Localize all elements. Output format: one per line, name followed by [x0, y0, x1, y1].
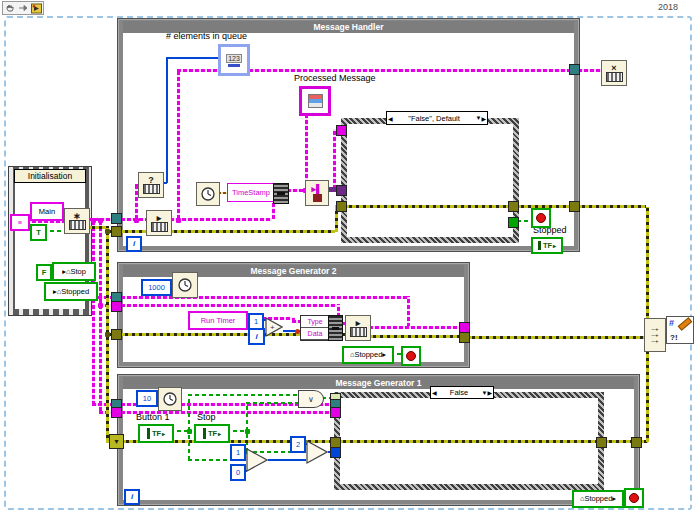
local-variable-stopped-gen1[interactable]: ⌂Stopped▸: [572, 490, 624, 508]
wire-segment[interactable]: [333, 129, 336, 189]
tunnel[interactable]: [631, 437, 642, 448]
tunnel[interactable]: [569, 201, 580, 212]
case-selector-text[interactable]: False: [437, 388, 482, 397]
wire-segment[interactable]: [88, 226, 106, 229]
wait-ms-node-gen2[interactable]: [172, 272, 198, 298]
pan-hand-icon[interactable]: [4, 3, 15, 14]
local-variable-stop[interactable]: ▸⌂Stop: [52, 262, 96, 281]
arrow-cursor-icon[interactable]: [17, 3, 28, 14]
wire-segment[interactable]: [188, 394, 298, 396]
loop-condition-terminal-handler[interactable]: [531, 208, 551, 228]
wire-segment[interactable]: [92, 403, 113, 406]
wire-segment[interactable]: [92, 219, 95, 405]
tunnel[interactable]: [111, 407, 122, 418]
tunnel[interactable]: [111, 213, 122, 224]
or-gate-node[interactable]: ∨: [298, 390, 324, 408]
wire-segment[interactable]: [121, 296, 407, 299]
release-queue-node[interactable]: ×: [601, 60, 627, 86]
tunnel[interactable]: [330, 447, 341, 458]
wire-segment[interactable]: [646, 350, 649, 442]
numeric-constant-10[interactable]: 10: [136, 390, 158, 407]
wait-ms-node-gen1[interactable]: [158, 387, 182, 411]
tunnel[interactable]: [569, 64, 580, 75]
tunnel[interactable]: [596, 437, 607, 448]
queue-count-indicator[interactable]: 123: [218, 44, 250, 76]
numeric-constant-2-gen1[interactable]: 2: [290, 436, 306, 453]
wire-segment[interactable]: [170, 218, 272, 221]
wire-segment[interactable]: [170, 230, 335, 233]
bundle-icon-timestamp[interactable]: [273, 183, 289, 204]
tunnel[interactable]: [330, 407, 341, 418]
select-node-1[interactable]: [246, 448, 268, 472]
wire-segment[interactable]: [468, 336, 644, 339]
bundle-icon-type-data[interactable]: [328, 315, 343, 341]
false-constant[interactable]: F: [36, 264, 52, 281]
free-label[interactable]: Button 1: [136, 412, 170, 422]
tunnel[interactable]: [336, 125, 347, 136]
numeric-constant-1000[interactable]: 1000: [141, 279, 172, 296]
wire-segment[interactable]: [345, 205, 509, 208]
tunnel[interactable]: [336, 201, 347, 212]
wire-segment[interactable]: [177, 69, 180, 219]
enqueue-element-node[interactable]: ▸: [345, 315, 371, 341]
get-queue-status-node[interactable]: ?: [138, 172, 164, 198]
wire-segment[interactable]: [646, 207, 649, 320]
merge-errors-node[interactable]: –+–+–+: [644, 318, 666, 352]
iteration-terminal-handler[interactable]: i: [126, 236, 142, 252]
wire-segment[interactable]: [407, 296, 410, 327]
cluster-type-constant[interactable]: ≡: [10, 214, 30, 231]
local-variable-stopped-init[interactable]: ▸⌂Stopped: [44, 282, 98, 301]
wire-segment[interactable]: [99, 219, 102, 411]
simple-error-handler-node[interactable]: #?!: [666, 316, 694, 344]
wire-segment[interactable]: [272, 202, 275, 219]
increment-node[interactable]: +: [265, 317, 283, 337]
wire-segment[interactable]: [369, 335, 460, 338]
true-constant[interactable]: T: [30, 224, 47, 241]
numeric-constant-1-gen1[interactable]: 1: [230, 444, 246, 461]
tunnel[interactable]: [508, 201, 519, 212]
free-label[interactable]: Stop: [197, 412, 216, 422]
wire-segment[interactable]: [268, 459, 306, 461]
wire-segment[interactable]: [578, 205, 646, 208]
tunnel[interactable]: [111, 301, 122, 312]
iteration-terminal-gen2[interactable]: i: [248, 328, 265, 345]
wire-segment[interactable]: [166, 57, 218, 59]
select-node-2[interactable]: [306, 440, 328, 464]
loop-condition-terminal-gen1[interactable]: [624, 488, 644, 508]
string-constant-main[interactable]: Main: [30, 202, 64, 221]
case-selector-label-generator-1[interactable]: ◀ False ▼ ▶: [430, 386, 494, 399]
wire-segment[interactable]: [121, 230, 146, 233]
boolean-indicator-stopped[interactable]: TF▸: [531, 237, 563, 254]
tunnel[interactable]: [459, 332, 470, 343]
wire-segment[interactable]: [188, 430, 190, 460]
processed-message-indicator[interactable]: [299, 86, 331, 116]
case-selector-label-handler[interactable]: ◀ "False", Default ▼ ▶: [386, 111, 488, 125]
boolean-control-button1[interactable]: TF▸: [138, 424, 174, 443]
dequeue-element-node[interactable]: ▸: [146, 210, 172, 236]
tunnel[interactable]: [111, 226, 122, 237]
wire-segment[interactable]: [578, 69, 601, 72]
local-variable-stopped-gen2[interactable]: ⌂Stopped▸: [342, 346, 394, 364]
numeric-constant-0-gen1[interactable]: 0: [230, 464, 246, 481]
wire-segment[interactable]: [339, 440, 597, 443]
tunnel[interactable]: [111, 329, 122, 340]
get-datetime-node[interactable]: [196, 182, 220, 206]
wire-segment[interactable]: [246, 402, 248, 431]
wire-segment[interactable]: [517, 220, 532, 222]
case-next-icon[interactable]: ▶: [481, 115, 486, 122]
wire-segment[interactable]: [369, 326, 461, 329]
variant-to-data-node[interactable]: ▸▌: [305, 180, 329, 206]
free-label[interactable]: Processed Message: [294, 73, 376, 83]
tunnel[interactable]: [508, 217, 519, 228]
tunnel[interactable]: [336, 185, 347, 196]
wire-segment[interactable]: [188, 394, 190, 431]
obtain-queue-node[interactable]: ∗: [64, 208, 90, 234]
boolean-control-stop[interactable]: TF▸: [194, 424, 230, 443]
shift-register[interactable]: ▼: [109, 434, 124, 449]
wire-segment[interactable]: [166, 57, 168, 183]
loop-condition-terminal-gen2[interactable]: [401, 346, 421, 366]
bundle-by-name-type-data[interactable]: TypeData: [300, 315, 330, 341]
case-next-icon[interactable]: ▶: [487, 389, 492, 396]
iteration-terminal-gen1[interactable]: i: [124, 489, 140, 505]
free-label[interactable]: # elements in queue: [166, 31, 247, 41]
